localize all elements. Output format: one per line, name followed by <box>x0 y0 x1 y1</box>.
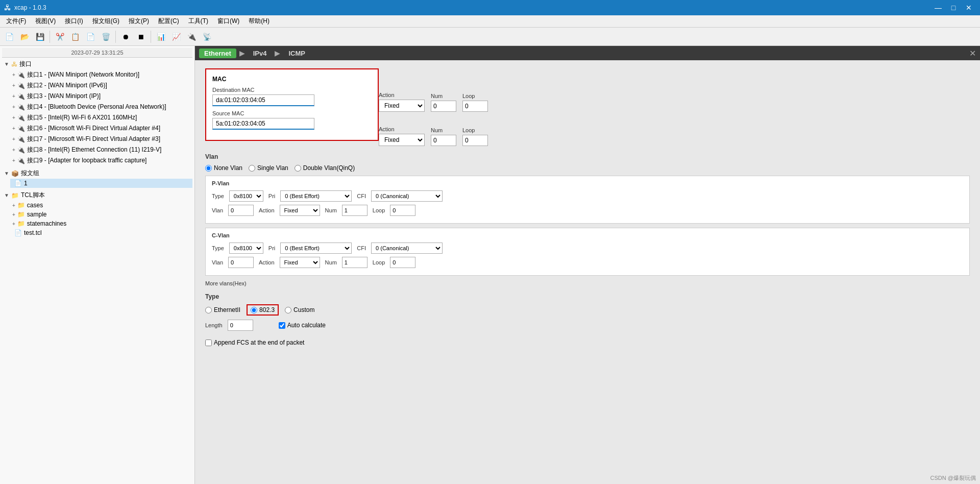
menu-window[interactable]: 窗口(W) <box>213 16 243 27</box>
type-custom-label[interactable]: Custom <box>285 306 314 313</box>
iface6-icon: 🔌 <box>17 125 25 132</box>
menu-interface[interactable]: 接口(I) <box>61 16 87 27</box>
c-vlan-input[interactable] <box>228 257 254 268</box>
iface1-label: 接口1 - [WAN Miniport (Network Monitor)] <box>27 70 139 79</box>
src-mac-input[interactable] <box>212 118 314 130</box>
iface3-icon: 🔌 <box>17 93 25 100</box>
c-cfi-select[interactable]: 0 (Canonical) 1 (Non-canonical) <box>371 243 443 254</box>
tree-tcl-test[interactable]: 📄 test.tcl <box>10 228 192 237</box>
tree-iface-1[interactable]: + 🔌 接口1 - [WAN Miniport (Network Monitor… <box>10 69 192 80</box>
c-type-label: Type <box>212 245 224 251</box>
tree-iface-6[interactable]: + 🔌 接口6 - [Microsoft Wi-Fi Direct Virtua… <box>10 123 192 134</box>
length-input[interactable] <box>228 320 253 331</box>
mac-section: MAC Destination MAC Source MAC <box>205 68 379 141</box>
packet-group-label: 报文组 <box>21 169 39 178</box>
menu-packet[interactable]: 报文(P) <box>125 16 153 27</box>
vlan-double-radio-label[interactable]: Double Vlan(QinQ) <box>295 164 355 172</box>
type-custom-radio[interactable] <box>285 307 291 313</box>
c-action-select[interactable]: Fixed Increment <box>280 257 320 268</box>
editor-close-button[interactable]: ✕ <box>969 49 976 58</box>
dest-action-select[interactable]: Fixed Increment Decrement Random <box>379 100 425 112</box>
c-type-select[interactable]: 0x8100 0x88a8 <box>229 243 263 254</box>
tb-capture-stop[interactable]: ⏹ <box>134 30 148 44</box>
tb-delete[interactable]: 🗑️ <box>99 30 113 44</box>
tree-packet-group-label[interactable]: ▼ 📦 报文组 <box>2 168 192 179</box>
tb-save[interactable]: 💾 <box>33 30 47 44</box>
menu-tools[interactable]: 工具(T) <box>184 16 212 27</box>
tree-iface-8[interactable]: + 🔌 接口8 - [Intel(R) Ethernet Connection … <box>10 144 192 155</box>
vlan-none-radio[interactable] <box>205 165 212 172</box>
tree-iface-7[interactable]: + 🔌 接口7 - [Microsoft Wi-Fi Direct Virtua… <box>10 134 192 144</box>
breadcrumb-ethernet[interactable]: Ethernet <box>199 49 236 58</box>
vlan-none-radio-label[interactable]: None Vlan <box>205 164 242 172</box>
p-loop-input[interactable] <box>390 205 415 216</box>
tb-cut[interactable]: ✂️ <box>53 30 67 44</box>
src-action-select[interactable]: Fixed Increment Decrement Random <box>379 134 425 146</box>
minimize-button[interactable]: — <box>931 2 945 13</box>
vlan-single-radio[interactable] <box>249 165 255 172</box>
dest-mac-input[interactable] <box>212 94 314 106</box>
p-num-input[interactable] <box>342 205 368 216</box>
cases-folder-icon: 📁 <box>17 202 25 209</box>
c-num-input[interactable] <box>342 257 368 268</box>
type-8023-radio[interactable] <box>251 307 257 313</box>
p-pri-select[interactable]: 0 (Best Effort) 1 <box>280 190 352 202</box>
tb-send[interactable]: 📡 <box>200 30 214 44</box>
tree-iface-3[interactable]: + 🔌 接口3 - [WAN Miniport (IP)] <box>10 91 192 102</box>
tree-tcl-cases[interactable]: + 📁 cases <box>10 201 192 210</box>
maximize-button[interactable]: □ <box>946 2 961 13</box>
src-action-group: Action Fixed Increment Decrement Random <box>379 126 425 146</box>
iface3-label: 接口3 - [WAN Miniport (IP)] <box>27 92 101 101</box>
close-button[interactable]: ✕ <box>962 2 976 13</box>
dest-num-input[interactable] <box>431 101 456 112</box>
tree-tcl-label[interactable]: ▼ 📁 TCL脚本 <box>2 190 192 201</box>
auto-calc-checkbox[interactable] <box>279 322 285 329</box>
tree-tcl-statemachines[interactable]: + 📁 statemachines <box>10 219 192 228</box>
auto-calc-label[interactable]: Auto calculate <box>279 322 326 329</box>
dest-loop-input[interactable] <box>462 101 488 112</box>
append-fcs-label[interactable]: Append FCS at the end of packet <box>205 339 970 346</box>
p-vlan-input[interactable] <box>228 205 254 216</box>
p-cfi-select[interactable]: 0 (Canonical) 1 (Non-canonical) <box>371 190 443 202</box>
packet-group-children: 📄 1 <box>10 179 192 188</box>
type-ethernet2-radio[interactable] <box>205 307 212 313</box>
menu-help[interactable]: 帮助(H) <box>244 16 274 27</box>
type-ethernet2-label[interactable]: EthernetII <box>205 306 240 313</box>
tb-new[interactable]: 📄 <box>2 30 16 44</box>
tb-connect[interactable]: 🔌 <box>184 30 199 44</box>
iface2-label: 接口2 - [WAN Miniport (IPv6)] <box>27 81 107 90</box>
expand-iface4-icon: + <box>12 104 15 110</box>
tb-chart[interactable]: 📊 <box>154 30 168 44</box>
type-8023-label[interactable]: 802.3 <box>251 306 275 313</box>
menu-config[interactable]: 配置(C) <box>154 16 183 27</box>
tb-paste[interactable]: 📄 <box>83 30 97 44</box>
tree-iface-9[interactable]: + 🔌 接口9 - [Adapter for loopback traffic … <box>10 155 192 166</box>
append-fcs-checkbox[interactable] <box>205 340 212 346</box>
vlan-single-radio-label[interactable]: Single Vlan <box>249 164 288 172</box>
tb-capture-start[interactable]: ⏺ <box>118 30 133 44</box>
expand-iface1-icon: + <box>12 72 15 78</box>
tree-interfaces-label[interactable]: ▼ 🖧 接口 <box>2 59 192 69</box>
tree-iface-2[interactable]: + 🔌 接口2 - [WAN Miniport (IPv6)] <box>10 80 192 91</box>
src-num-input[interactable] <box>431 135 456 146</box>
tree-iface-5[interactable]: + 🔌 接口5 - [Intel(R) Wi-Fi 6 AX201 160MHz… <box>10 112 192 123</box>
tree-iface-4[interactable]: + 🔌 接口4 - [Bluetooth Device (Personal Ar… <box>10 102 192 112</box>
c-pri-select[interactable]: 0 (Best Effort) 1 <box>280 243 352 254</box>
title-bar: 🖧 xcap - 1.0.3 — □ ✕ <box>0 0 980 15</box>
dest-num-label: Num <box>431 93 456 99</box>
menu-packet-group[interactable]: 报文组(G) <box>88 16 124 27</box>
p-action-select[interactable]: Fixed Increment <box>280 205 320 216</box>
tb-copy[interactable]: 📋 <box>68 30 82 44</box>
menu-file[interactable]: 文件(F) <box>2 16 30 27</box>
breadcrumb-ipv4[interactable]: IPv4 <box>248 49 272 58</box>
breadcrumb-icmp[interactable]: ICMP <box>283 49 310 58</box>
src-loop-input[interactable] <box>462 135 488 146</box>
tb-open[interactable]: 📂 <box>17 30 32 44</box>
p-type-select[interactable]: 0x8100 0x88a8 <box>229 190 263 202</box>
c-loop-input[interactable] <box>390 257 415 268</box>
tree-packet-1[interactable]: 📄 1 <box>10 179 192 188</box>
vlan-double-radio[interactable] <box>295 165 301 172</box>
tb-stats[interactable]: 📈 <box>169 30 183 44</box>
menu-view[interactable]: 视图(V) <box>31 16 60 27</box>
tree-tcl-sample[interactable]: + 📁 sample <box>10 210 192 219</box>
